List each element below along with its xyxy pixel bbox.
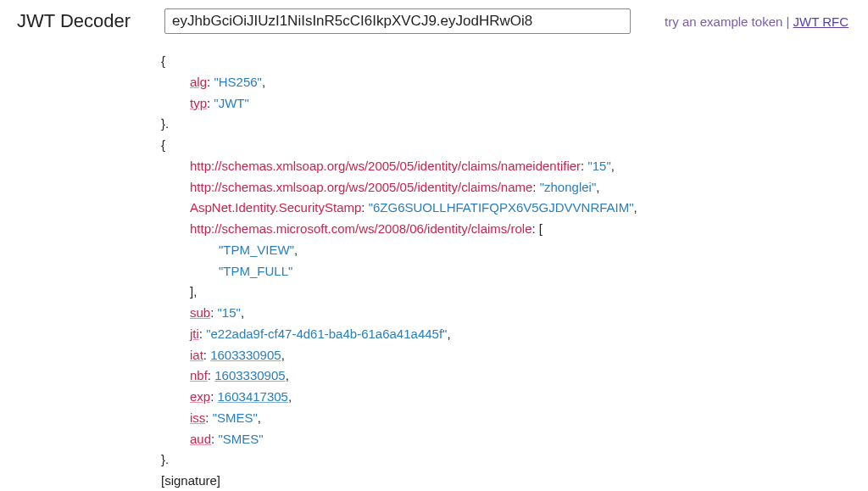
jwt-input[interactable] bbox=[164, 8, 631, 34]
payload-jti-row: jti: "e22ada9f-cf47-4d61-ba4b-61a6a41a44… bbox=[161, 324, 851, 345]
payload-iat-row: iat: 1603330905, bbox=[161, 345, 851, 366]
signature-label: [signature] bbox=[161, 471, 851, 491]
payload-sub-row: sub: "15", bbox=[161, 303, 851, 324]
payload-iss-row: iss: "SMES", bbox=[161, 408, 851, 429]
header-open: { bbox=[161, 51, 851, 72]
role-item-0: "TPM_VIEW", bbox=[161, 240, 851, 261]
header-typ-row: typ: "JWT" bbox=[161, 93, 851, 114]
val-iat[interactable]: 1603330905 bbox=[210, 348, 281, 362]
header-close: }. bbox=[161, 114, 851, 135]
key-securitystamp: AspNet.Identity.SecurityStamp bbox=[190, 200, 361, 215]
decoded-output: { alg: "HS256", typ: "JWT" }. { http://s… bbox=[161, 51, 851, 491]
role-close: ], bbox=[161, 282, 851, 303]
key-nbf[interactable]: nbf bbox=[190, 368, 208, 382]
val-nbf[interactable]: 1603330905 bbox=[214, 368, 285, 382]
payload-exp-row: exp: 1603417305, bbox=[161, 387, 851, 408]
payload-aud-row: aud: "SMES" bbox=[161, 429, 851, 450]
page-title: JWT Decoder bbox=[17, 10, 131, 32]
payload-name-row: http://schemas.xmlsoap.org/ws/2005/05/id… bbox=[161, 177, 851, 198]
val-alg: "HS256" bbox=[214, 75, 262, 89]
key-typ[interactable]: typ bbox=[190, 96, 207, 110]
key-aud[interactable]: aud bbox=[190, 432, 211, 446]
key-iat[interactable]: iat bbox=[190, 348, 203, 362]
val-iss: "SMES" bbox=[213, 410, 258, 425]
key-nameidentifier: http://schemas.xmlsoap.org/ws/2005/05/id… bbox=[190, 159, 581, 173]
key-alg[interactable]: alg bbox=[190, 75, 207, 89]
header-bar: JWT Decoder try an example token | JWT R… bbox=[17, 8, 851, 34]
val-sub: "15" bbox=[218, 305, 241, 320]
header-alg-row: alg: "HS256", bbox=[161, 72, 851, 93]
key-iss[interactable]: iss bbox=[190, 410, 205, 425]
payload-nbf-row: nbf: 1603330905, bbox=[161, 365, 851, 387]
val-securitystamp: "6ZG6SUOLLHFATIFQPX6V5GJDVVNRFAIM" bbox=[369, 200, 634, 215]
key-jti[interactable]: jti bbox=[190, 326, 199, 341]
val-exp[interactable]: 1603417305 bbox=[218, 389, 288, 404]
key-role: http://schemas.microsoft.com/ws/2008/06/… bbox=[190, 221, 532, 236]
val-name: "zhonglei" bbox=[540, 180, 597, 194]
example-links: try an example token | JWT RFC bbox=[665, 14, 849, 29]
val-typ: "JWT" bbox=[214, 96, 248, 110]
val-jti: "e22ada9f-cf47-4d61-ba4b-61a6a41a445f" bbox=[206, 326, 447, 341]
payload-nameid-row: http://schemas.xmlsoap.org/ws/2005/05/id… bbox=[161, 156, 851, 177]
val-aud: "SMES" bbox=[218, 432, 263, 446]
example-token-link[interactable]: try an example token bbox=[665, 14, 782, 29]
payload-role-row: http://schemas.microsoft.com/ws/2008/06/… bbox=[161, 219, 851, 240]
key-sub[interactable]: sub bbox=[190, 305, 210, 320]
payload-stamp-row: AspNet.Identity.SecurityStamp: "6ZG6SUOL… bbox=[161, 198, 851, 219]
payload-close: }. bbox=[161, 449, 851, 471]
key-exp[interactable]: exp bbox=[190, 389, 210, 404]
key-name: http://schemas.xmlsoap.org/ws/2005/05/id… bbox=[190, 180, 532, 194]
payload-open: { bbox=[161, 135, 851, 156]
val-nameidentifier: "15" bbox=[587, 159, 610, 173]
jwt-rfc-link[interactable]: JWT RFC bbox=[793, 14, 849, 29]
role-item-1: "TPM_FULL" bbox=[161, 261, 851, 282]
